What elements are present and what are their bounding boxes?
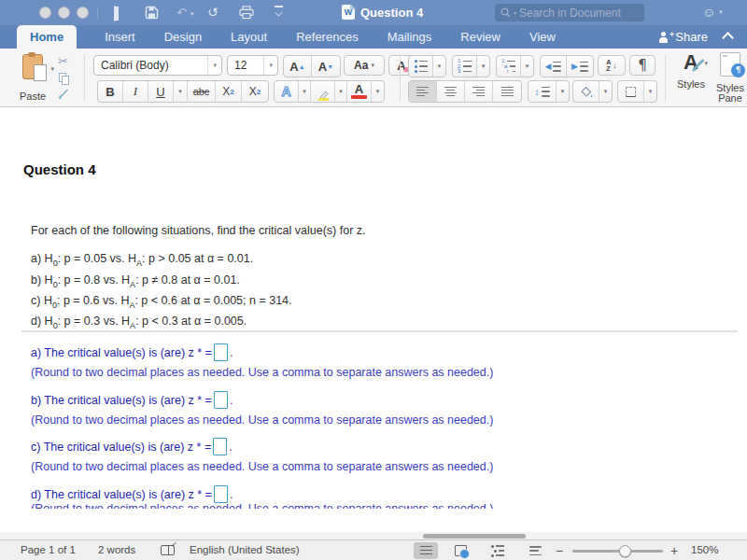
tab-review[interactable]: Review — [459, 25, 501, 49]
answer-input-b[interactable] — [214, 391, 228, 409]
shading-button[interactable]: ▾ — [572, 80, 613, 103]
tab-references[interactable]: References — [295, 25, 359, 49]
redo-icon[interactable]: ↺ — [207, 6, 218, 20]
styles-icon: A ▾ — [684, 52, 698, 73]
group-separator — [84, 54, 85, 101]
styles-button[interactable]: Styles A ▾ Styles — [672, 52, 710, 90]
collapse-ribbon-icon[interactable] — [722, 32, 734, 44]
answer-input-d[interactable] — [214, 485, 228, 503]
print-icon[interactable] — [239, 6, 254, 22]
tab-home[interactable]: Home — [17, 25, 77, 49]
scrollbar-thumb[interactable] — [423, 534, 526, 539]
align-right-button[interactable] — [465, 81, 493, 102]
borders-button[interactable]: ▾ — [617, 80, 657, 103]
superscript-button[interactable]: X2 — [242, 81, 268, 102]
underline-caret-icon[interactable]: ▾ — [174, 81, 188, 102]
answer-note-a: (Round to two decimal places as needed. … — [31, 366, 493, 379]
tab-design[interactable]: Design — [163, 25, 203, 49]
styles-pane-button[interactable]: ¶ Styles Pane — [713, 52, 747, 104]
cut-icon[interactable]: ✂ — [58, 54, 68, 68]
answer-input-c[interactable] — [213, 438, 227, 455]
copy-icon[interactable] — [59, 73, 66, 82]
font-color-caret-icon[interactable]: ▾ — [372, 81, 384, 102]
section-divider — [21, 330, 738, 332]
underline-button[interactable]: U — [148, 81, 174, 102]
show-paragraph-marks-button[interactable]: ¶ — [629, 55, 655, 76]
font-size-combo[interactable]: 12 ▾ — [227, 55, 278, 76]
align-center-button[interactable] — [437, 81, 465, 102]
answer-note-c: (Round to two decimal places as needed. … — [31, 460, 493, 473]
zoom-slider[interactable] — [572, 550, 663, 553]
toggle-sidebar-icon[interactable] — [114, 7, 116, 21]
styles-caret-icon[interactable]: ▾ — [704, 60, 708, 67]
text-effects-button[interactable]: A — [275, 81, 299, 102]
answer-input-a[interactable] — [214, 343, 228, 361]
web-layout-view-button[interactable] — [448, 542, 472, 559]
search-input[interactable]: ▾ Search in Document — [495, 4, 644, 21]
share-button[interactable]: + Share — [658, 25, 708, 49]
change-case-button[interactable]: Aa▾ — [344, 55, 385, 76]
sort-button[interactable]: AZ ↓ — [598, 55, 626, 76]
paste-clipboard-icon — [22, 54, 43, 79]
subscript-button[interactable]: X2 — [216, 81, 242, 102]
answer-statement-b: b) The critical value(s) is (are) z * = … — [31, 391, 233, 409]
feedback-smiley-icon[interactable]: ☺ ▾ — [702, 5, 723, 20]
proofing-status-icon[interactable] — [161, 545, 175, 555]
intro-text: For each of the following situations, fi… — [31, 224, 366, 237]
paste-caret-icon[interactable]: ▾ — [50, 65, 54, 73]
bold-button[interactable]: B — [98, 81, 123, 102]
language-indicator[interactable]: English (United States) — [190, 544, 300, 555]
strikethrough-button[interactable]: abc — [188, 81, 216, 102]
window-close-button[interactable] — [39, 7, 51, 19]
titlebar-divider — [97, 7, 98, 19]
highlighter-icon — [317, 88, 329, 95]
undo-icon[interactable]: ↶ — [176, 6, 187, 20]
bullet-list-button[interactable]: ▾ — [408, 55, 446, 77]
font-color-red-bar — [351, 95, 367, 99]
italic-button[interactable]: I — [123, 81, 148, 102]
print-layout-view-button[interactable] — [414, 542, 438, 559]
font-size-caret-icon[interactable]: ▾ — [263, 56, 277, 75]
text-effects-caret-icon[interactable]: ▾ — [299, 81, 311, 102]
search-icon — [500, 7, 511, 18]
zoom-percentage[interactable]: 150% — [691, 544, 718, 555]
font-name-caret-icon[interactable]: ▾ — [207, 56, 221, 75]
horizontal-scrollbar[interactable] — [0, 532, 747, 539]
zoom-slider-thumb[interactable] — [619, 545, 631, 557]
zoom-in-button[interactable]: + — [670, 543, 678, 558]
tab-view[interactable]: View — [529, 25, 557, 49]
decrease-indent-button[interactable]: ◀ — [541, 56, 567, 77]
save-icon[interactable] — [145, 6, 159, 22]
page-indicator[interactable]: Page 1 of 1 — [21, 544, 76, 555]
document-heading: Question 4 — [23, 161, 96, 177]
problem-d: d) H0: p = 0.3 vs. HA: p < 0.3 at α = 0.… — [31, 315, 247, 330]
window-title: Question 4 — [360, 6, 423, 20]
outline-view-button[interactable] — [486, 542, 510, 559]
shrink-font-button[interactable]: A▼ — [312, 56, 340, 77]
zoom-out-button[interactable]: − — [556, 543, 563, 558]
word-count[interactable]: 2 words — [98, 544, 135, 555]
numbered-list-button[interactable]: 123 ▾ — [452, 55, 490, 77]
align-left-button[interactable] — [409, 81, 437, 102]
tab-mailings[interactable]: Mailings — [387, 25, 433, 49]
format-painter-icon[interactable] — [58, 88, 70, 103]
line-spacing-button[interactable]: ↕ ▾ — [528, 80, 570, 103]
grow-font-button[interactable]: A▲ — [284, 56, 312, 77]
document-canvas[interactable]: Question 4 For each of the following sit… — [0, 107, 747, 509]
increase-indent-button[interactable]: ▶ — [567, 56, 593, 77]
font-color-button[interactable]: A — [347, 81, 372, 102]
font-name-combo[interactable]: Calibri (Body) ▾ — [93, 55, 222, 76]
tab-insert[interactable]: Insert — [104, 25, 136, 49]
multilevel-list-button[interactable]: 1ai ▾ — [496, 55, 534, 77]
paste-button[interactable]: ▾ Paste — [11, 54, 54, 102]
undo-menu-caret-icon[interactable]: ▾ — [190, 10, 194, 18]
problem-a: a) H0: p = 0.05 vs. HA: p > 0.05 at α = … — [31, 252, 253, 268]
highlight-button[interactable] — [311, 81, 335, 102]
tab-layout[interactable]: Layout — [230, 25, 268, 49]
highlight-caret-icon[interactable]: ▾ — [335, 81, 347, 102]
search-scope-caret-icon[interactable]: ▾ — [514, 9, 516, 16]
justify-button[interactable] — [493, 81, 521, 102]
window-minimize-button[interactable] — [58, 7, 70, 19]
window-zoom-button[interactable] — [77, 7, 89, 19]
draft-view-button[interactable] — [523, 542, 547, 559]
